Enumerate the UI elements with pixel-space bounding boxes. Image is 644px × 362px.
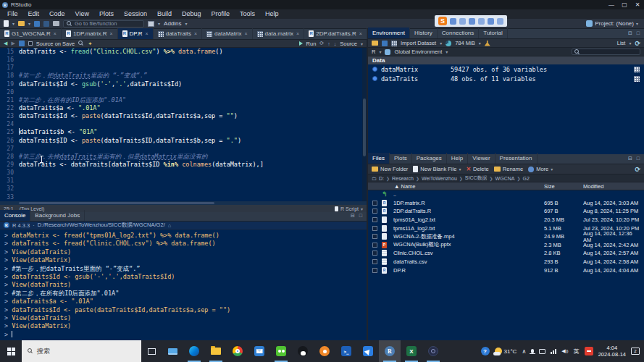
tab-data-matrix[interactable]: data.matrix× (253, 28, 305, 39)
breadcrumb-item[interactable]: WGCNA (495, 176, 515, 181)
tab-background-jobs[interactable]: Background Jobs (30, 210, 85, 221)
save-icon[interactable] (34, 21, 40, 27)
new-file-icon[interactable] (4, 20, 9, 27)
menu-build[interactable]: Build (152, 9, 177, 19)
home-icon[interactable]: ⌂ (168, 222, 172, 229)
file-name[interactable]: tpms01A_log2.txt (393, 216, 544, 223)
close-icon[interactable]: × (296, 31, 299, 36)
file-checkbox[interactable] (372, 226, 377, 231)
file-name[interactable]: .. (393, 191, 544, 198)
print-icon[interactable] (53, 21, 59, 26)
directory-icon[interactable]: 🗀 (372, 176, 377, 181)
file-checkbox[interactable] (372, 209, 377, 214)
rename-button[interactable]: Rename (494, 166, 523, 172)
menu-code[interactable]: Code (44, 9, 70, 19)
notification-center-icon[interactable]: 2 (631, 348, 640, 355)
file-checkbox[interactable] (372, 268, 377, 273)
working-directory[interactable]: D:/Research/WeiToWenzhou/SICC数据/WGCNA/G2… (38, 222, 165, 229)
recorder-bear-icon[interactable] (450, 18, 456, 25)
taskbar-clock[interactable]: 4:04 2024-08-14 (598, 345, 626, 358)
maximize-button[interactable]: ▢ (618, 0, 631, 9)
close-icon[interactable]: × (244, 31, 247, 36)
refresh-icon[interactable]: ⟳ (635, 40, 640, 47)
weather-widget[interactable]: 31°C (495, 348, 517, 355)
menu-tools[interactable]: Tools (235, 9, 260, 19)
breadcrumb-item[interactable]: G2 (522, 176, 529, 181)
column-modified[interactable]: Modified (583, 183, 640, 190)
pane-minimize-icon[interactable]: ⊟ (628, 156, 632, 161)
microphone-icon[interactable] (531, 349, 534, 353)
code-tools-icon[interactable]: ✦ (88, 41, 92, 47)
close-icon[interactable]: × (194, 31, 197, 36)
minimize-button[interactable]: — (605, 0, 618, 9)
down-arrow-icon[interactable]: ↓ (334, 41, 337, 46)
taskbar-app-rstudio[interactable]: R (379, 340, 401, 362)
source-button[interactable]: Source (340, 41, 357, 47)
open-file-icon[interactable] (18, 21, 25, 26)
tab-presentation[interactable]: Presentation (495, 153, 538, 164)
recorder-grid-icon[interactable] (488, 18, 494, 25)
taskbar-search-input[interactable]: 搜索 (22, 340, 141, 362)
recorder-settings-icon[interactable] (497, 18, 503, 25)
close-icon[interactable]: × (359, 31, 362, 36)
up-arrow-icon[interactable]: ↑ (327, 41, 330, 46)
file-checkbox[interactable] (372, 234, 377, 239)
menu-file[interactable]: File (2, 9, 23, 19)
taskbar-app-bird[interactable] (357, 340, 379, 362)
taskbar-app-powershell[interactable]: >_ (335, 340, 357, 362)
breadcrumb-item[interactable]: SICC数据 (465, 174, 488, 182)
column-name[interactable]: ▲ Name (372, 183, 544, 190)
clear-objects-icon[interactable] (485, 41, 490, 46)
run-button[interactable]: Run (306, 41, 317, 47)
pane-maximize-icon[interactable]: □ (359, 213, 362, 218)
menu-session[interactable]: Session (119, 9, 152, 19)
new-blank-file-button[interactable]: New Blank File ▾ (413, 166, 461, 172)
tab-tutorial[interactable]: Tutorial (479, 28, 507, 38)
breadcrumb-item[interactable]: Research (392, 176, 414, 181)
tray-folder-icon[interactable] (539, 349, 545, 354)
save-workspace-icon[interactable] (382, 41, 388, 46)
red-app-tray-icon[interactable] (585, 347, 593, 355)
input-method-indicator[interactable]: 英 (574, 348, 580, 355)
menu-profile[interactable]: Profile (206, 9, 235, 19)
environment-object-row[interactable]: dataMatrix59427 obs. of 36 variables (368, 64, 644, 74)
workspace-panes-icon[interactable] (148, 21, 154, 27)
menu-edit[interactable]: Edit (23, 9, 45, 19)
taskbar-app-explorer[interactable] (205, 340, 227, 362)
environment-object-row[interactable]: dataTraits48 obs. of 11 variables (368, 74, 644, 83)
project-selector[interactable]: Project: (None) ▾ (586, 20, 640, 27)
view-data-icon[interactable] (634, 67, 640, 72)
scope-selector[interactable]: Global Environment (394, 49, 442, 55)
menu-help[interactable]: Help (260, 9, 284, 19)
pane-maximize-icon[interactable]: □ (637, 30, 640, 35)
pane-minimize-icon[interactable]: ⊟ (351, 213, 355, 219)
menu-plots[interactable]: Plots (94, 9, 119, 19)
tab-history[interactable]: History (410, 28, 438, 38)
taskbar-app-darkapp[interactable] (422, 340, 444, 362)
delete-button[interactable]: ✕ Delete (466, 166, 488, 172)
forward-icon[interactable]: ▶ (11, 41, 14, 46)
view-data-icon[interactable] (634, 76, 640, 82)
tray-expand-icon[interactable]: ∧ (522, 348, 526, 355)
close-icon[interactable]: × (109, 31, 112, 36)
menu-debug[interactable]: Debug (177, 9, 206, 19)
column-size[interactable]: Size (544, 183, 583, 190)
breadcrumb-item[interactable]: WeiToWenzhou (422, 176, 457, 181)
memory-usage[interactable]: 784 MiB (455, 40, 475, 46)
file-checkbox[interactable] (372, 251, 377, 256)
file-name[interactable]: 2DP.datTraits.R (393, 208, 544, 214)
console-output[interactable]: > dataMatrix <- fread("tpms01A_log2.txt"… (0, 230, 367, 339)
file-checkbox[interactable] (372, 217, 377, 222)
task-view-button[interactable] (141, 340, 162, 362)
file-checkbox[interactable] (372, 259, 377, 264)
tab-console[interactable]: Console (0, 210, 30, 221)
taskbar-app-laptop[interactable] (162, 340, 183, 362)
recorder-logo[interactable]: S (438, 17, 447, 25)
refresh-icon[interactable]: ⟳ (635, 166, 640, 173)
source-on-save-checkbox[interactable] (28, 41, 33, 46)
save-all-icon[interactable] (43, 21, 49, 27)
tab-datatraits[interactable]: dataTraits× (154, 28, 202, 39)
tab-g1-wgcna-r[interactable]: RG1_WGCNA.R× (0, 28, 62, 39)
taskbar-app-orange[interactable] (314, 340, 335, 362)
file-name[interactable]: WGCNA-2-数据准备.mp4 (393, 233, 544, 240)
